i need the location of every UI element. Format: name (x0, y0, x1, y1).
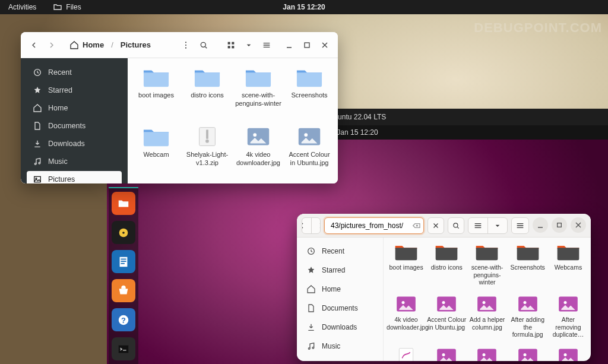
sidebar-item-home[interactable]: Home (300, 280, 379, 298)
writer-app-icon[interactable] (112, 250, 135, 273)
folder-item[interactable]: Webcam (131, 126, 181, 183)
files-window-host: Home / Pictures RecentStarredHomeDocumen… (21, 32, 338, 183)
kebab-menu-button[interactable] (178, 37, 194, 53)
minimize-button[interactable] (281, 37, 297, 53)
image-icon (33, 175, 42, 183)
file-item[interactable]: 4k video downloader.jpg (233, 126, 283, 183)
clear-location-button[interactable] (428, 217, 444, 234)
icon-view-button[interactable] (468, 218, 487, 233)
file-item[interactable] (386, 347, 426, 361)
guest-clock[interactable]: Jan 15 12:20 (337, 128, 378, 137)
sidebar-item-pictures[interactable]: Pictures (300, 356, 379, 361)
nav-back-forward (302, 217, 321, 234)
folder-item[interactable]: Webcams (548, 242, 588, 295)
host-clock[interactable]: Jan 15 12:20 (283, 3, 325, 11)
minimize-button[interactable] (533, 217, 548, 233)
back-button[interactable] (302, 218, 311, 233)
image-icon (394, 295, 418, 314)
svg-point-54 (523, 353, 526, 356)
win1-icon-grid: boot imagesdistro iconsscene-with-pengui… (128, 58, 338, 183)
icon-view-button[interactable] (223, 37, 239, 53)
sidebar-item-label: Home (322, 285, 341, 293)
file-item[interactable]: Accent Colour in Ubuntu.jpg (426, 295, 467, 347)
item-label: scene-with-penguins-winter (467, 264, 506, 286)
folder-item[interactable]: Screenshots (508, 242, 548, 295)
breadcrumb-home[interactable]: Home (65, 38, 109, 52)
svg-point-21 (304, 133, 308, 137)
svg-rect-30 (119, 345, 129, 353)
file-item[interactable]: After removing duplicate… (548, 295, 588, 347)
close-button[interactable] (571, 217, 586, 233)
star-icon (306, 265, 316, 275)
sidebar-item-label: Starred (48, 86, 72, 94)
software-app-icon[interactable] (112, 279, 135, 302)
hamburger-menu-button[interactable] (258, 37, 275, 53)
star-icon (33, 86, 42, 95)
folder-item[interactable]: Screenshots (284, 67, 334, 125)
maximize-button[interactable] (299, 37, 315, 53)
sidebar-item-pictures[interactable]: Pictures (27, 171, 122, 183)
help-app-icon[interactable]: ? (112, 308, 135, 331)
sidebar-item-downloads[interactable]: Downloads (300, 318, 379, 336)
music-app-icon[interactable] (112, 221, 135, 244)
file-item[interactable] (467, 347, 507, 361)
folder-item[interactable]: boot images (386, 242, 426, 295)
forward-button[interactable] (311, 218, 321, 233)
file-item[interactable] (508, 347, 548, 361)
svg-rect-53 (518, 349, 537, 362)
location-input[interactable] (331, 221, 409, 230)
folder-item[interactable]: distro icons (426, 242, 467, 295)
image-icon (245, 126, 272, 147)
sidebar-item-documents[interactable]: Documents (300, 299, 379, 317)
item-label: Accent Colour in Ubuntu.jpg (427, 316, 466, 331)
file-item[interactable]: Add a helper column.jpg (467, 295, 507, 347)
app-menu[interactable]: Files (45, 2, 89, 12)
watermark-text: DEBUGPOINT.COM (474, 20, 602, 36)
svg-point-34 (308, 348, 310, 350)
sidebar-item-starred[interactable]: Starred (27, 82, 122, 99)
file-item[interactable]: 4k video downloader.jpg (386, 295, 426, 347)
item-label: After adding the formula.jpg (508, 316, 547, 338)
file-item[interactable]: After adding the formula.jpg (508, 295, 548, 347)
sidebar-item-label: Music (48, 157, 68, 166)
terminal-app-icon[interactable] (112, 337, 135, 360)
files-app-icon[interactable] (112, 192, 135, 215)
sidebar-item-label: Recent (322, 247, 344, 255)
sidebar-item-recent[interactable]: Recent (300, 242, 379, 260)
item-label: Webcam (143, 151, 169, 159)
sidebar-item-documents[interactable]: Documents (27, 118, 122, 134)
folder-item[interactable]: distro icons (182, 67, 232, 125)
sidebar-item-music[interactable]: Music (27, 153, 122, 170)
document-icon (33, 121, 42, 131)
search-button[interactable] (195, 37, 212, 53)
close-button[interactable] (316, 37, 333, 53)
folder-icon (394, 242, 418, 261)
folder-icon (475, 242, 499, 261)
search-button[interactable] (448, 217, 464, 234)
svg-point-17 (205, 140, 209, 143)
hamburger-menu-button[interactable] (511, 217, 529, 234)
svg-rect-16 (206, 130, 208, 139)
folder-item[interactable]: scene-with-penguins-winter (233, 67, 283, 125)
file-item[interactable] (548, 347, 588, 361)
folder-item[interactable]: scene-with-penguins-winter (467, 242, 507, 295)
breadcrumb-current[interactable]: Pictures (116, 38, 156, 52)
back-button[interactable] (26, 37, 42, 53)
sidebar-item-recent[interactable]: Recent (27, 64, 122, 81)
file-item[interactable] (426, 347, 467, 361)
item-label: distro icons (191, 91, 224, 100)
view-dropdown-button[interactable] (487, 218, 507, 233)
sidebar-item-starred[interactable]: Starred (300, 261, 379, 279)
view-dropdown-button[interactable] (240, 37, 257, 53)
folder-item[interactable]: boot images (131, 67, 181, 125)
forward-button[interactable] (43, 37, 60, 53)
maximize-button[interactable] (552, 217, 567, 233)
sidebar-item-downloads[interactable]: Downloads (27, 135, 122, 152)
breadcrumb: Home / Pictures (65, 38, 156, 52)
sidebar-item-music[interactable]: Music (300, 337, 379, 355)
sidebar-item-home[interactable]: Home (27, 100, 122, 116)
file-item[interactable]: Accent Colour in Ubuntu.jpg (284, 126, 334, 183)
activities-button[interactable]: Activities (0, 3, 45, 11)
backspace-icon[interactable] (411, 221, 421, 230)
file-item[interactable]: Shelyak-Light-v1.3.zip (182, 126, 232, 183)
